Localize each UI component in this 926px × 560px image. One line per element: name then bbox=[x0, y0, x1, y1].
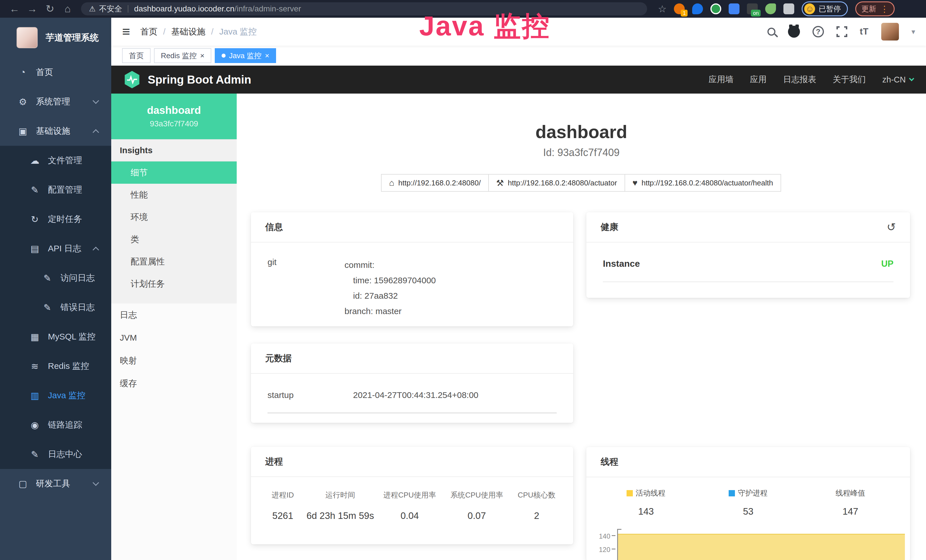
health-url-link[interactable]: ♥ http://192.168.0.2:48080/actuator/heal… bbox=[625, 174, 781, 192]
actuator-url-link[interactable]: ⚒ http://192.168.0.2:48080/actuator bbox=[488, 174, 625, 192]
threads-card: 线程 活动线程 143 守护进程 53 bbox=[586, 447, 910, 560]
browser-menu-icon[interactable]: ⋮ bbox=[880, 4, 889, 14]
sba-item-config-props[interactable]: 配置属性 bbox=[111, 250, 237, 273]
chevron-down-icon bbox=[93, 480, 99, 486]
caret-down-icon[interactable]: ▾ bbox=[911, 27, 915, 36]
address-bar[interactable]: ⚠ 不安全 dashboard.yudao.iocoder.cn/infra/a… bbox=[81, 2, 647, 15]
sidebar-item-home[interactable]: ◔ 首页 bbox=[0, 58, 111, 87]
breadcrumb-infra[interactable]: 基础设施 bbox=[171, 26, 205, 38]
green-extension-icon[interactable] bbox=[710, 3, 721, 14]
back-icon[interactable]: ← bbox=[6, 0, 23, 18]
sba-nav: 应用墙 应用 日志报表 关于我们 zh-CN bbox=[709, 74, 914, 85]
sidebar-item-java-monitor[interactable]: ▥ Java 监控 bbox=[0, 381, 111, 410]
bookmark-star-icon[interactable]: ☆ bbox=[658, 3, 666, 15]
sba-nav-applications[interactable]: 应用 bbox=[750, 74, 767, 85]
sidebar-item-label: Java 监控 bbox=[48, 390, 86, 401]
sidebar-item-mysql[interactable]: ▦ MySQL 监控 bbox=[0, 322, 111, 351]
legend-live-value: 143 bbox=[595, 506, 697, 517]
extensions-puzzle-icon[interactable] bbox=[784, 3, 794, 14]
leaf-extension-icon[interactable] bbox=[765, 3, 776, 14]
github-icon[interactable] bbox=[788, 26, 800, 38]
history-icon[interactable]: ↺ bbox=[887, 221, 896, 233]
profile-chip[interactable]: ☺ 已暂停 bbox=[802, 2, 848, 16]
tab-label: Redis 监控 bbox=[161, 51, 197, 61]
y-tick-140: 140 bbox=[592, 532, 610, 540]
edit-icon: ✎ bbox=[29, 185, 41, 195]
spring-boot-admin-logo-icon bbox=[124, 70, 140, 89]
close-icon[interactable]: × bbox=[265, 51, 269, 60]
sba-item-logs[interactable]: 日志 bbox=[111, 304, 237, 326]
legend-daemon-value: 53 bbox=[697, 506, 799, 517]
sba-app-block[interactable]: dashboard 93a3fc7f7409 bbox=[111, 94, 237, 139]
sidebar-item-label: Redis 监控 bbox=[48, 360, 89, 372]
sba-item-caches[interactable]: 缓存 bbox=[111, 372, 237, 395]
sidebar-item-infra[interactable]: ▣ 基础设施 bbox=[0, 117, 111, 146]
page-tab-bar: 首页 Redis 监控 × Java 监控 × bbox=[111, 45, 926, 66]
sidebar-item-log-center[interactable]: ✎ 日志中心 bbox=[0, 440, 111, 469]
close-icon[interactable]: × bbox=[200, 51, 204, 60]
status-badge: UP bbox=[881, 259, 893, 269]
sidebar-item-trace[interactable]: ◉ 链路追踪 bbox=[0, 410, 111, 440]
sidebar-item-label: 基础设施 bbox=[36, 125, 70, 137]
browser-home-icon[interactable]: ⌂ bbox=[59, 0, 76, 18]
sba-nav-journal[interactable]: 日志报表 bbox=[783, 74, 816, 85]
col-header-uptime: 运行时间 bbox=[304, 490, 376, 500]
tab-redis-monitor[interactable]: Redis 监控 × bbox=[154, 48, 211, 63]
sba-brand-title[interactable]: Spring Boot Admin bbox=[148, 73, 251, 86]
pin-extension-icon[interactable] bbox=[692, 3, 703, 14]
breadcrumb-home[interactable]: 首页 bbox=[140, 26, 157, 38]
value-uptime: 6d 23h 15m 59s bbox=[304, 510, 376, 521]
sba-item-metrics[interactable]: 性能 bbox=[111, 184, 237, 206]
fullscreen-icon[interactable] bbox=[837, 26, 847, 37]
sba-nav-about[interactable]: 关于我们 bbox=[833, 74, 866, 85]
sba-main-content: dashboard Id: 93a3fc7f7409 ⌂ http://192.… bbox=[237, 94, 926, 560]
breadcrumb-separator: / bbox=[211, 27, 213, 36]
update-browser-button[interactable]: 更新 ⋮ bbox=[855, 2, 895, 16]
sba-item-classes[interactable]: 类 bbox=[111, 228, 237, 250]
sidebar-item-system[interactable]: ⚙ 系统管理 bbox=[0, 87, 111, 117]
sba-nav-wallboard[interactable]: 应用墙 bbox=[709, 74, 734, 85]
sidebar-item-config[interactable]: ✎ 配置管理 bbox=[0, 175, 111, 204]
legend-live-threads: 活动线程 143 bbox=[595, 488, 697, 517]
sidebar-item-devtools[interactable]: ▢ 研发工具 bbox=[0, 469, 111, 498]
locale-selector[interactable]: zh-CN bbox=[882, 75, 914, 85]
tab-home[interactable]: 首页 bbox=[122, 48, 151, 63]
metadata-value: 2021-04-27T00:44:31.254+08:00 bbox=[353, 390, 557, 400]
font-size-icon[interactable]: tT bbox=[860, 27, 869, 37]
sidebar-item-api-log[interactable]: ▤ API 日志 bbox=[0, 234, 111, 263]
sba-item-jvm[interactable]: JVM bbox=[111, 326, 237, 349]
sidebar-item-error-log[interactable]: ✎ 错误日志 bbox=[0, 293, 111, 322]
user-avatar[interactable] bbox=[881, 23, 899, 41]
forward-icon[interactable]: → bbox=[23, 0, 41, 18]
sba-item-environment[interactable]: 环境 bbox=[111, 206, 237, 228]
extension-icon[interactable]: 1 bbox=[674, 3, 685, 14]
sidebar-item-access-log[interactable]: ✎ 访问日志 bbox=[0, 263, 111, 293]
sidebar-item-label: 研发工具 bbox=[36, 478, 70, 490]
sidebar-item-files[interactable]: ☁ 文件管理 bbox=[0, 146, 111, 175]
api-log-icon: ▤ bbox=[29, 243, 41, 254]
sba-item-details[interactable]: 细节 bbox=[111, 162, 237, 184]
y-tick-120: 120 bbox=[592, 546, 610, 554]
help-icon[interactable]: ? bbox=[813, 26, 824, 37]
list-extension-icon[interactable]: on bbox=[747, 3, 758, 14]
search-icon[interactable] bbox=[767, 28, 775, 36]
locale-label: zh-CN bbox=[882, 75, 906, 85]
live-threads-area-series bbox=[618, 534, 905, 560]
sidebar-item-jobs[interactable]: ↻ 定时任务 bbox=[0, 204, 111, 234]
legend-peak-value: 147 bbox=[799, 506, 902, 517]
value-system-cpu: 0.07 bbox=[443, 510, 510, 521]
browser-actions: ☆ 1 on ☺ 已暂停 更新 ⋮ bbox=[658, 2, 895, 16]
health-instance-label: Instance bbox=[603, 259, 640, 269]
grid-extension-icon[interactable] bbox=[729, 3, 740, 14]
service-url-link[interactable]: ⌂ http://192.168.0.2:48080/ bbox=[381, 174, 489, 192]
sidebar-item-label: 错误日志 bbox=[61, 301, 95, 313]
metadata-card: 元数据 startup 2021-04-27T00:44:31.254+08:0… bbox=[251, 344, 573, 423]
hamburger-icon[interactable]: ≡ bbox=[122, 25, 130, 38]
reload-icon[interactable]: ↻ bbox=[41, 0, 59, 18]
process-card: 进程 进程ID 运行时间 进程CPU使用率 系统CPU使用率 CPU核心数 52… bbox=[251, 447, 573, 544]
tab-java-monitor[interactable]: Java 监控 × bbox=[215, 48, 276, 63]
sba-item-scheduled-tasks[interactable]: 计划任务 bbox=[111, 273, 237, 295]
sidebar-item-redis[interactable]: ≋ Redis 监控 bbox=[0, 351, 111, 381]
security-label[interactable]: 不安全 bbox=[99, 4, 122, 14]
sba-item-mappings[interactable]: 映射 bbox=[111, 349, 237, 372]
